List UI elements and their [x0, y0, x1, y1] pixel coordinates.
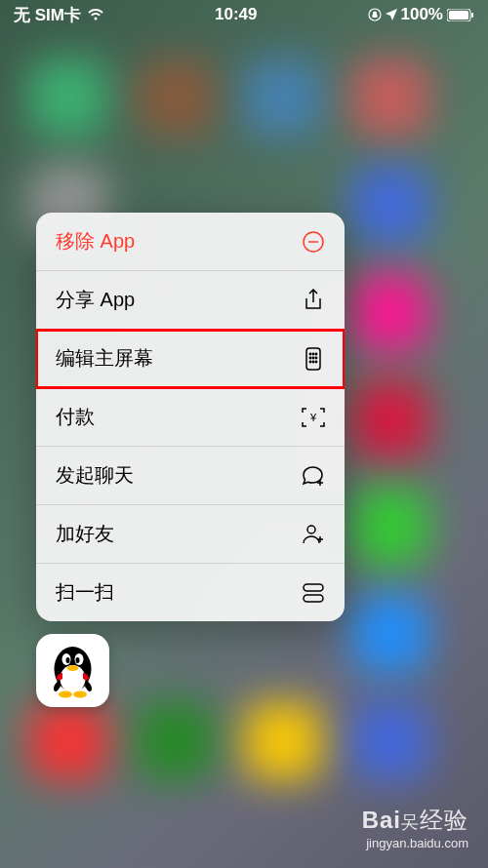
status-time: 10:49 [215, 5, 257, 24]
svg-point-12 [315, 357, 316, 358]
wifi-icon [87, 9, 104, 21]
svg-point-24 [66, 657, 70, 663]
watermark-url: jingyan.baidu.com [362, 836, 468, 850]
svg-point-9 [315, 353, 316, 354]
remove-app-label: 移除 App [56, 228, 135, 255]
svg-point-27 [59, 690, 72, 697]
payment-label: 付款 [56, 404, 95, 430]
svg-rect-2 [449, 11, 468, 20]
battery-icon [447, 9, 474, 21]
yuan-scan-icon: ¥ [302, 406, 325, 429]
svg-point-11 [312, 357, 313, 358]
add-friend-item[interactable]: 加好友 [36, 505, 345, 564]
orientation-lock-icon [368, 8, 382, 21]
svg-point-13 [309, 361, 310, 362]
svg-rect-3 [471, 13, 473, 18]
edit-home-label: 编辑主屏幕 [56, 345, 153, 372]
remove-app-item[interactable]: 移除 App [36, 213, 345, 271]
svg-point-14 [312, 361, 313, 362]
svg-point-15 [315, 361, 316, 362]
start-chat-label: 发起聊天 [56, 462, 134, 489]
location-icon [386, 9, 397, 20]
watermark: Bai㕦经验 jingyan.baidu.com [362, 805, 468, 850]
svg-point-8 [312, 353, 313, 354]
start-chat-item[interactable]: 发起聊天 [36, 447, 345, 505]
scan-icon [302, 581, 325, 605]
battery-percent: 100% [401, 5, 443, 24]
payment-item[interactable]: 付款 ¥ [36, 388, 345, 447]
svg-rect-19 [304, 595, 323, 602]
share-icon [302, 289, 325, 312]
svg-point-25 [76, 657, 80, 663]
svg-point-10 [309, 357, 310, 358]
add-friend-label: 加好友 [56, 521, 114, 547]
phone-grid-icon [302, 347, 325, 371]
svg-point-28 [73, 690, 87, 697]
svg-point-26 [67, 665, 79, 671]
svg-point-17 [307, 526, 315, 533]
share-app-label: 分享 App [56, 287, 135, 313]
penguin-icon [46, 642, 100, 700]
svg-point-7 [309, 353, 310, 354]
watermark-brand-prefix: Bai [362, 807, 401, 833]
svg-text:¥: ¥ [309, 412, 317, 423]
scan-label: 扫一扫 [56, 579, 114, 606]
svg-rect-18 [304, 584, 323, 591]
edit-home-screen-item[interactable]: 编辑主屏幕 [36, 330, 345, 388]
scan-item[interactable]: 扫一扫 [36, 564, 345, 621]
share-app-item[interactable]: 分享 App [36, 271, 345, 330]
remove-icon [302, 230, 325, 254]
person-add-icon [302, 523, 325, 546]
chat-add-icon [302, 464, 325, 488]
watermark-brand-suffix: 经验 [420, 807, 468, 833]
status-bar: 无 SIM卡 10:49 100% [0, 0, 488, 29]
context-menu: 移除 App 分享 App 编辑主屏幕 付款 [36, 213, 345, 621]
sim-status: 无 SIM卡 [14, 4, 81, 26]
qq-app-icon[interactable] [36, 634, 109, 707]
